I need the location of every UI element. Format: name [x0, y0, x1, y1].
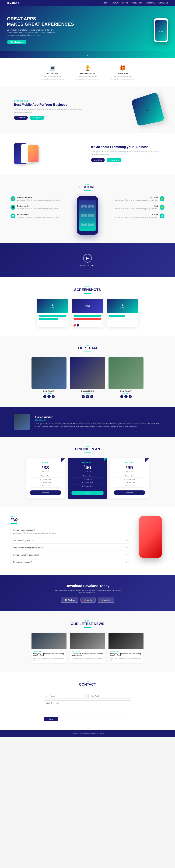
news-grid: July 01, 2018 Everyday & promises me wit…: [10, 633, 165, 663]
basic-feature-1: & Feature Item: [30, 478, 61, 481]
best-mobile-get-btn[interactable]: Get App Now: [30, 116, 45, 120]
faq-item-0[interactable]: How do I create an account? − Lorem ipsu…: [10, 527, 129, 536]
tw-icon[interactable]: t: [48, 395, 51, 398]
faq-toggle-3: +: [126, 554, 127, 556]
pricing-label: OUR: [10, 445, 165, 447]
hero-description: Lorem ipsum dolor sit amet consectetur a…: [7, 29, 59, 36]
promoting-get-btn[interactable]: Get App Now: [107, 158, 121, 162]
standard-label: Standard: [71, 461, 104, 463]
cloud-icon: ☁️: [159, 214, 165, 218]
standard-features: Feature Item & Feature Item & Feature It…: [71, 474, 104, 488]
team-header: OUR OUR TEAM: [10, 344, 165, 352]
fb-icon-3[interactable]: f: [120, 395, 123, 398]
best-mobile-learn-btn[interactable]: Learn More: [14, 116, 28, 120]
phone-icon-10: [84, 223, 87, 226]
android-label: Android: [105, 599, 110, 601]
security-icon: 🔒: [159, 196, 165, 201]
pricing-grid: Basic $33 Per Month Feature Item & Featu…: [10, 458, 165, 498]
phone-icon-6: [84, 214, 87, 217]
phone-icon-4: [91, 205, 94, 208]
logo: lavaland: [7, 1, 20, 4]
feature-section: OUR FEATURE 🎨 Creative Design Lorem ipsu…: [0, 175, 175, 243]
best-mobile-desc: Lorem ipsum dolor sit amet consectetur a…: [14, 108, 84, 114]
phone-app-name: CABI: [159, 31, 163, 32]
team-grid: Rosa DANICH Developer f t in Rosa DANICH…: [10, 357, 165, 398]
basic-price: $33: [30, 465, 61, 470]
team-photo-2: [109, 357, 144, 389]
download-android-btn[interactable]: 🤖 Android: [98, 597, 114, 602]
team-member-0: Rosa DANICH Developer f t in: [31, 357, 66, 398]
faq-item-1[interactable]: Can I change my plan later? +: [10, 538, 129, 544]
email-input[interactable]: [88, 694, 131, 699]
fb-icon[interactable]: f: [43, 395, 47, 398]
message-input[interactable]: [44, 701, 131, 714]
download-windows-btn[interactable]: 🪟 Windows: [61, 597, 79, 602]
standard-feature-0: Feature Item: [71, 474, 104, 478]
premium-label: Premium: [114, 462, 145, 464]
feature-title-2: Totally Free: [110, 72, 135, 74]
faq-title: FAQ: [10, 518, 129, 522]
premium-btn[interactable]: Purchase: [114, 490, 145, 495]
nav-links: Home Feature Pricing Pricing Plan Testim…: [104, 2, 168, 4]
faq-item-3[interactable]: How do I cancel my subscription? +: [10, 552, 129, 558]
play-button[interactable]: ▶: [83, 254, 92, 262]
ss3-btn1: [109, 315, 125, 317]
phone-3: [28, 145, 38, 162]
testimonial-content: France Windler CEO & Founder Lorem ipsum…: [35, 416, 161, 428]
feature-title-0: Easy to use: [40, 72, 65, 74]
submit-button[interactable]: Send: [44, 717, 58, 721]
best-mobile-image: 📱: [91, 96, 161, 124]
standard-btn[interactable]: Get Now: [71, 491, 104, 496]
nav-home[interactable]: Home: [104, 2, 109, 4]
footer-text: Copyright © 2018 lavaland | Powered by L…: [70, 733, 105, 734]
ss2-name: CABI: [85, 305, 90, 307]
download-apple-btn[interactable]: 🍎 Apple: [81, 597, 95, 602]
feature-left-2: 💬 Full free chat Lorem ipsum dolor sit a…: [10, 214, 66, 219]
basic-label: Basic: [30, 462, 61, 464]
news-card-1: July 01, 2018 Everyday & promises me wit…: [70, 633, 105, 663]
screenshots-title: SCREENSHOTS: [10, 288, 165, 292]
feature-desc-1: Lorem ipsum dolor sit amet consectetur a…: [75, 75, 100, 80]
name-input[interactable]: [44, 694, 87, 699]
android-icon: 🤖: [101, 599, 104, 601]
in-icon[interactable]: in: [52, 395, 55, 398]
windows-icon: 🪟: [65, 599, 67, 601]
nav-contact[interactable]: Contact Us: [158, 2, 168, 4]
feature-left-1: 📱 Retina ready Lorem ipsum dolor sit ame…: [10, 205, 66, 210]
fb-icon-2[interactable]: f: [82, 395, 85, 398]
nav-pricing-plan[interactable]: Pricing Plan: [132, 2, 142, 4]
hero-title: GREAT APPS MAKES GREAT EXPERIENCES: [7, 16, 74, 27]
fast-icon: ⚡: [159, 205, 165, 210]
team-role-2: Manager: [109, 392, 144, 394]
news-date-0: July 01, 2018: [33, 650, 65, 652]
retina-icon: 📱: [10, 205, 16, 210]
section-underline: [84, 190, 91, 191]
ss1-logo: ▲: [51, 304, 54, 307]
phone-icon-2: [84, 205, 87, 208]
hero-cta-button[interactable]: Download App: [7, 40, 26, 44]
screenshots-label: OUR: [10, 286, 165, 288]
feature-desc-2: Lorem ipsum dolor sit amet consectetur a…: [110, 75, 135, 80]
tw-icon-3[interactable]: t: [124, 395, 127, 398]
basic-btn[interactable]: Purchase: [30, 490, 61, 495]
faq-item-2[interactable]: What payment methods do you accept? +: [10, 545, 129, 551]
premium-feature-0: Feature Item: [114, 474, 145, 478]
nav-feature[interactable]: Feature: [112, 2, 119, 4]
screenshots-header: OUR SCREENSHOTS: [10, 286, 165, 294]
nav-pricing[interactable]: Pricing: [122, 2, 128, 4]
contact-header: OUR CONTACT: [10, 681, 165, 688]
nav-testimonial[interactable]: Testimonial: [145, 2, 155, 4]
pricing-card-standard: Standard $66 Per Month Feature Item & Fe…: [68, 458, 107, 499]
tw-icon-2[interactable]: t: [86, 395, 89, 398]
faq-question-2: What payment methods do you accept? +: [13, 547, 127, 549]
promoting-learn-btn[interactable]: Learn More: [91, 158, 105, 162]
in-icon-3[interactable]: in: [128, 395, 132, 398]
premium-price: $99: [114, 465, 145, 470]
in-icon-2[interactable]: in: [90, 395, 93, 398]
standard-period: Per Month: [71, 470, 104, 472]
team-role-0: Developer: [31, 392, 66, 394]
watch-label: Watch Video: [80, 265, 95, 267]
hero-section: GREAT APPS MAKES GREAT EXPERIENCES Lorem…: [0, 6, 175, 51]
feature-left-1-title: Retina ready: [17, 205, 60, 207]
faq-item-4[interactable]: Do you provide support? +: [10, 559, 129, 565]
